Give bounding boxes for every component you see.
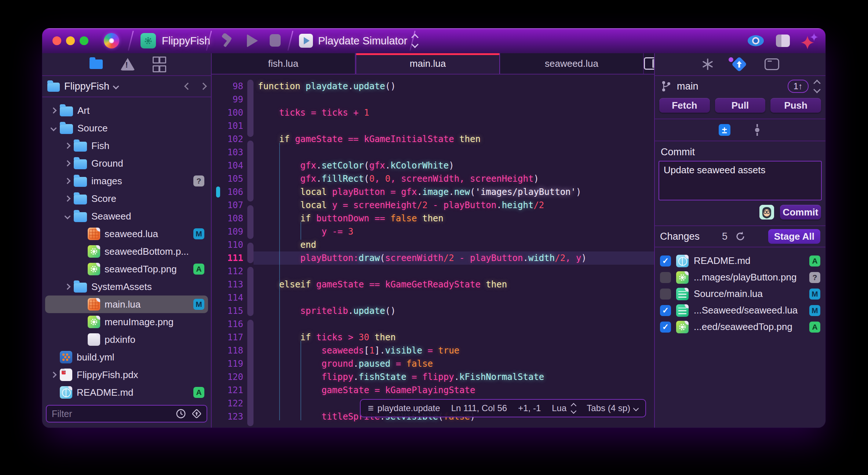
checkbox-checked[interactable]: ✓ [660,255,671,266]
tree-item-SystemAssets[interactable]: SystemAssets [45,278,208,295]
issues-tab-icon[interactable] [120,58,135,70]
tab-main.lua[interactable]: main.lua [355,53,500,74]
fold-ribbon[interactable] [247,205,254,239]
code-line-118[interactable]: 118 seaweeds[1].visible = true [212,344,655,357]
chevron-right-icon[interactable] [61,196,74,201]
nav-back-icon[interactable] [184,83,192,90]
chevron-right-icon[interactable] [61,179,74,183]
code-line-104[interactable]: 104 gfx.setColor(gfx.kColorWhite) [212,159,655,172]
change-row-README.md[interactable]: ✓README.mdA [655,253,825,269]
run-play-icon[interactable] [247,34,258,47]
change-row-Source/main.lua[interactable]: Source/main.luaM [655,286,825,302]
code-line-115[interactable]: 115 spritelib.update() [212,304,655,318]
code-line-106[interactable]: 106 local playButton = gfx.image.new('im… [212,185,655,199]
sidebar-layout-icon[interactable] [776,35,790,47]
remote-tab-icon[interactable] [765,58,779,70]
tree-item-pdxinfo[interactable]: pdxinfo [45,331,208,348]
tree-item-menuImage.png[interactable]: menuImage.png [45,313,208,331]
sort-filter-icon[interactable] [191,408,202,420]
code-line-102[interactable]: 102 if gameState == kGameInitialState th… [212,133,655,146]
cursor-position[interactable]: Ln 111, Col 56 [451,403,507,413]
code-line-105[interactable]: 105 gfx.fillRect(0, 0, screenWidth, scre… [212,172,655,185]
language-selector[interactable]: Lua [552,403,576,413]
chevron-down-icon[interactable] [47,126,60,130]
nav-forward-icon[interactable] [200,83,207,90]
code-line-108[interactable]: 108 if buttonDown == false then [212,212,655,225]
chevron-right-icon[interactable] [61,161,74,166]
tree-item-Ground[interactable]: Ground [45,155,208,172]
code-line-119[interactable]: 119 ground.paused = false [212,357,655,370]
tree-item-Score[interactable]: Score [45,190,208,207]
symbol-breadcrumb[interactable]: ≡ playdate.update [368,403,440,414]
chevron-down-icon[interactable] [61,214,74,218]
code-line-112[interactable]: 112 [212,265,655,278]
recent-clock-icon[interactable] [176,408,186,419]
zoom-traffic-light[interactable] [80,36,88,45]
chevron-right-icon[interactable] [47,373,60,377]
code-line-117[interactable]: 117 if ticks > 30 then [212,331,655,344]
code-line-111[interactable]: 111 playButton:draw(screenWidth/2 - play… [212,251,655,265]
stage-all-button[interactable]: Stage All [768,229,820,244]
tree-item-seaweed.lua[interactable]: seaweed.luaM [45,225,208,243]
tree-item-Source[interactable]: Source [45,119,208,137]
code-line-114[interactable]: 114 [212,291,655,304]
code-line-99[interactable]: 99 [212,93,655,106]
diff-stat[interactable]: +1, -1 [518,403,541,413]
code-line-109[interactable]: 109 y -= 3 [212,225,655,238]
checkbox-unchecked[interactable] [660,272,671,283]
checkbox-unchecked[interactable] [660,289,671,300]
code-line-107[interactable]: 107 local y = screenHeight/2 - playButto… [212,199,655,212]
project-name[interactable]: FlippyFish [162,28,210,53]
symbols-asterisk-icon[interactable] [701,58,714,70]
pull-button[interactable]: Pull [715,98,766,113]
stop-icon[interactable] [270,34,281,47]
tree-item-main.lua[interactable]: main.luaM [45,295,208,313]
project-row[interactable]: FlippyFish [42,76,211,97]
indent-selector[interactable]: Tabs (4 sp) [587,403,638,413]
tree-item-Seaweed[interactable]: Seaweed [45,207,208,225]
sparkle-ai-icon[interactable] [800,33,819,50]
changes-view-icon[interactable]: ± [719,124,730,136]
tree-item-FlippyFish.pdx[interactable]: FlippyFish.pdx [45,366,208,384]
fold-ribbon[interactable] [247,267,254,316]
fold-ribbon[interactable] [247,243,254,263]
code-line-116[interactable]: 116 [212,318,655,331]
tree-item-Art[interactable]: Art [45,102,208,119]
refresh-icon[interactable] [735,231,746,242]
tree-item-Fish[interactable]: Fish [45,137,208,155]
tab-seaweed.lua[interactable]: seaweed.lua [500,53,644,74]
code-line-121[interactable]: 121 gameState = kGamePlayingState [212,384,655,397]
fold-ribbon[interactable] [247,320,254,426]
code-line-100[interactable]: 100 ticks = ticks + 1 [212,106,655,119]
extensions-grid-icon[interactable] [153,57,164,72]
code-line-103[interactable]: 103 [212,146,655,159]
checkbox-checked[interactable]: ✓ [660,305,671,316]
chevron-right-icon[interactable] [47,108,60,113]
tree-item-README.md[interactable]: README.mdA [45,384,208,401]
commit-button[interactable]: Commit [780,205,821,220]
minimize-traffic-light[interactable] [66,36,75,45]
chevron-right-icon[interactable] [61,284,74,289]
fold-ribbon[interactable] [247,141,254,202]
tree-item-build.yml[interactable]: build.yml [45,348,208,366]
close-traffic-light[interactable] [52,36,61,45]
code-line-101[interactable]: 101 [212,119,655,133]
run-target-selector[interactable]: Playdate Simulator [318,28,417,53]
code-line-98[interactable]: 98function playdate.update() [212,80,655,93]
commit-message-input[interactable]: Update seaweed assets [659,161,822,200]
checkbox-checked[interactable]: ✓ [660,322,671,333]
push-button[interactable]: Push [770,98,821,113]
code-line-113[interactable]: 113 elseif gameState == kGameGetReadySta… [212,278,655,291]
change-row-...eed/seaweedTop.png[interactable]: ✓...eed/seaweedTop.pngA [655,319,825,335]
change-row-...Seaweed/seaweed.lua[interactable]: ✓...Seaweed/seaweed.luaM [655,302,825,319]
files-tab-icon[interactable] [90,59,103,69]
filter-input[interactable] [51,408,171,420]
code-area[interactable]: 98function playdate.update()99100 ticks … [212,75,655,428]
fetch-button[interactable]: Fetch [659,98,710,113]
project-folder-icon[interactable] [141,33,156,48]
commits-view-icon[interactable] [752,123,762,137]
change-row-...mages/playButton.png[interactable]: ...mages/playButton.png? [655,269,825,286]
fold-ribbon[interactable] [247,80,254,137]
tree-item-images[interactable]: images? [45,172,208,190]
chevron-right-icon[interactable] [61,144,74,148]
